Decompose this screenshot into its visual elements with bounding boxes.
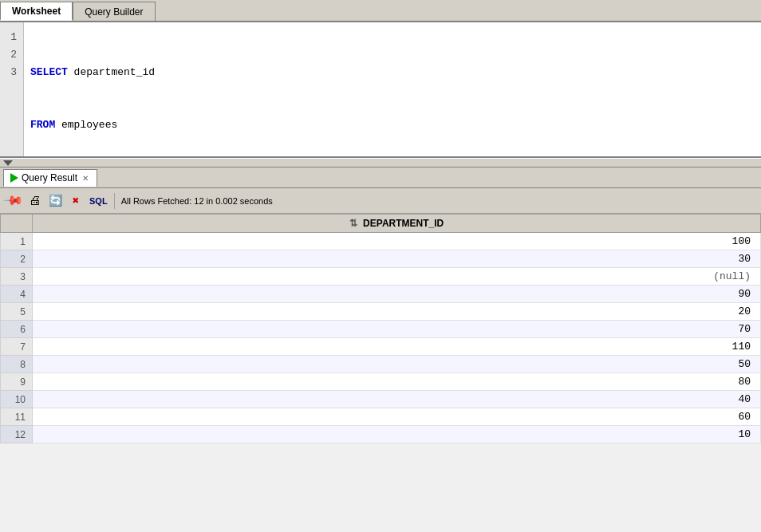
table-row: 230 xyxy=(1,250,761,268)
line-num-2: 2 xyxy=(3,46,20,64)
result-table: ⇅ DEPARTMENT_ID 11002303(null)4905206707… xyxy=(0,214,761,443)
cell-department-id: 60 xyxy=(33,408,761,426)
row-number: 7 xyxy=(1,338,33,356)
row-number: 2 xyxy=(1,250,33,268)
sql-label: SQL xyxy=(89,196,108,206)
row-num-header xyxy=(1,215,33,233)
row-number: 8 xyxy=(1,356,33,373)
result-tab-bar: Query Result ✕ xyxy=(0,167,761,188)
cell-department-id: 10 xyxy=(33,426,761,443)
tab-query-builder[interactable]: Query Builder xyxy=(73,2,155,21)
cell-department-id: 70 xyxy=(33,321,761,338)
table-row: 3(null) xyxy=(1,268,761,286)
sql-line-1: SELECT department_id xyxy=(30,64,755,81)
table-row: 7110 xyxy=(1,338,761,356)
sql-text-1: department_id xyxy=(68,64,155,81)
table-row: 520 xyxy=(1,303,761,321)
line-num-1: 1 xyxy=(3,29,20,46)
delete-icon: ✖ xyxy=(73,194,79,207)
table-row: 1210 xyxy=(1,426,761,443)
refresh-icon: 🔄 xyxy=(49,194,62,207)
table-row: 1160 xyxy=(1,408,761,426)
refresh-button[interactable]: 🔄 xyxy=(46,192,64,210)
sql-text-2: employees xyxy=(55,116,117,134)
delete-button[interactable]: ✖ xyxy=(67,192,85,210)
cell-department-id: 90 xyxy=(33,286,761,303)
tab-worksheet[interactable]: Worksheet xyxy=(0,2,73,21)
result-tab-label: Query Result xyxy=(22,172,77,183)
query-result-panel: Query Result ✕ 📌 🖨 🔄 ✖ SQL All Rows Fetc… xyxy=(0,167,761,443)
close-result-tab-button[interactable]: ✕ xyxy=(81,174,90,183)
row-number: 4 xyxy=(1,286,33,303)
row-number: 10 xyxy=(1,391,33,408)
sql-line-2: FROM employees xyxy=(30,116,755,134)
cell-department-id: 30 xyxy=(33,250,761,268)
result-tab-query-result[interactable]: Query Result ✕ xyxy=(3,169,97,187)
print-button[interactable]: 🖨 xyxy=(26,192,43,210)
row-number: 3 xyxy=(1,268,33,286)
cell-department-id: 110 xyxy=(33,338,761,356)
table-row: 1040 xyxy=(1,391,761,408)
divider-handle[interactable] xyxy=(0,158,761,167)
sql-code-area[interactable]: SELECT department_id FROM employees GROU… xyxy=(24,22,761,156)
column-header-department-id[interactable]: ⇅ DEPARTMENT_ID xyxy=(33,215,761,233)
status-text: All Rows Fetched: 12 in 0.002 seconds xyxy=(121,196,273,206)
play-icon xyxy=(10,173,18,183)
cell-department-id: 100 xyxy=(33,233,761,250)
divider-arrow-icon xyxy=(3,160,13,166)
printer-icon: 🖨 xyxy=(29,194,41,208)
tab-bar: Worksheet Query Builder xyxy=(0,0,761,22)
tab-query-builder-label: Query Builder xyxy=(85,6,143,18)
keyword-select: SELECT xyxy=(30,64,68,81)
cell-department-id: 80 xyxy=(33,373,761,391)
table-row: 980 xyxy=(1,373,761,391)
line-num-3: 3 xyxy=(3,64,20,81)
data-table-container[interactable]: ⇅ DEPARTMENT_ID 11002303(null)4905206707… xyxy=(0,214,761,443)
toolbar-separator xyxy=(114,193,115,209)
cell-department-id: 20 xyxy=(33,303,761,321)
keyword-from: FROM xyxy=(30,116,55,134)
tab-worksheet-label: Worksheet xyxy=(12,6,61,17)
row-number: 9 xyxy=(1,373,33,391)
sort-icon: ⇅ xyxy=(349,218,357,229)
pin-icon: 📌 xyxy=(2,189,25,211)
table-row: 670 xyxy=(1,321,761,338)
cell-department-id: 40 xyxy=(33,391,761,408)
sql-editor: 1 2 3 SELECT department_id FROM employee… xyxy=(0,22,761,158)
table-row: 850 xyxy=(1,356,761,373)
table-header-row: ⇅ DEPARTMENT_ID xyxy=(1,215,761,233)
cell-department-id: (null) xyxy=(33,268,761,286)
result-toolbar: 📌 🖨 🔄 ✖ SQL All Rows Fetched: 12 in 0.00… xyxy=(0,188,761,214)
line-numbers: 1 2 3 xyxy=(0,22,24,156)
table-row: 490 xyxy=(1,286,761,303)
table-row: 1100 xyxy=(1,233,761,250)
pin-button[interactable]: 📌 xyxy=(5,192,22,210)
row-number: 12 xyxy=(1,426,33,443)
column-header-label: DEPARTMENT_ID xyxy=(363,218,444,229)
cell-department-id: 50 xyxy=(33,356,761,373)
row-number: 1 xyxy=(1,233,33,250)
row-number: 6 xyxy=(1,321,33,338)
row-number: 11 xyxy=(1,408,33,426)
row-number: 5 xyxy=(1,303,33,321)
